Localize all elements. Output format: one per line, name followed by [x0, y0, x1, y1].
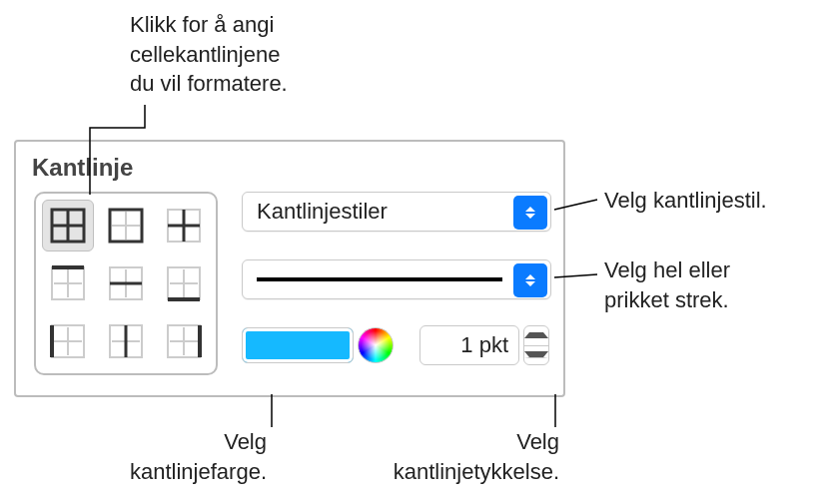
border-edge-grid: [34, 192, 218, 375]
border-bottom-button[interactable]: [158, 257, 210, 309]
border-hcenter-icon: [107, 264, 145, 302]
border-bottom-icon: [165, 264, 203, 302]
disclosure-icon: [513, 196, 547, 230]
annotation-color: Velg kantlinjefarge.: [107, 427, 267, 486]
thickness-step-down[interactable]: [524, 346, 548, 365]
border-right-icon: [165, 322, 203, 360]
border-thickness-field[interactable]: 1 pkt: [419, 325, 519, 365]
annotation-grid: Klikk for å angi cellekantlinjene du vil…: [130, 10, 288, 99]
border-thickness-value: 1 pkt: [460, 332, 508, 358]
border-left-icon: [49, 322, 87, 360]
thickness-step-up[interactable]: [524, 326, 548, 346]
border-style-popup[interactable]: Kantlinjestiler: [242, 192, 551, 232]
chevron-up-icon: [524, 332, 548, 338]
annotation-style: Velg kantlinjestil.: [604, 186, 767, 216]
border-top-button[interactable]: [42, 257, 94, 309]
section-title: Kantlinje: [32, 154, 133, 182]
stroke-solid-icon: [257, 277, 502, 281]
border-vcenter-icon: [107, 322, 145, 360]
border-hcenter-button[interactable]: [100, 257, 152, 309]
annotation-stroke: Velg hel eller prikket strek.: [604, 255, 730, 314]
border-outer-button[interactable]: [100, 200, 152, 252]
thickness-stepper: [523, 325, 549, 365]
border-inner-icon: [165, 207, 203, 245]
annotation-thickness: Velg kantlinjetykkelse.: [360, 427, 559, 486]
color-picker-icon[interactable]: [358, 327, 394, 363]
border-left-button[interactable]: [42, 315, 94, 367]
border-all-icon: [49, 207, 87, 245]
border-inner-button[interactable]: [158, 200, 210, 252]
border-stroke-popup[interactable]: [242, 259, 551, 299]
border-all-button[interactable]: [42, 200, 94, 252]
border-color-well[interactable]: [242, 327, 354, 363]
border-outer-icon: [107, 207, 145, 245]
border-right-button[interactable]: [158, 315, 210, 367]
chevron-down-icon: [524, 351, 548, 358]
border-top-icon: [49, 264, 87, 302]
disclosure-icon: [513, 263, 547, 297]
border-vcenter-button[interactable]: [100, 315, 152, 367]
border-style-label: Kantlinjestiler: [257, 199, 388, 225]
border-panel: Kantlinje: [14, 140, 565, 397]
